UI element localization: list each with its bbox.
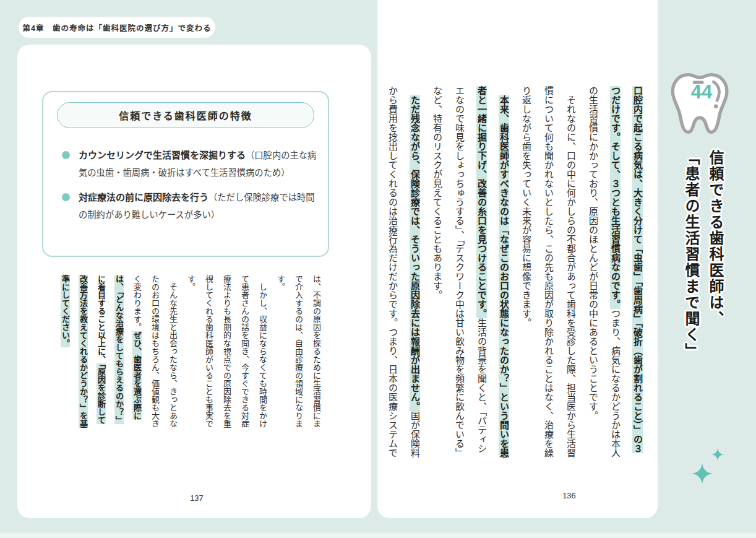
paragraph: ただ残念ながら、保険診療では、そういった原因除去には報酬が出ません。国が保険料か… xyxy=(381,86,426,460)
tooth-icon xyxy=(666,63,737,144)
paragraph: そんな先生と出会ったなら、きっとあなたのお口の環境はもちろん、価値観も大きく変わ… xyxy=(56,275,182,431)
chapter-title: 第4章 歯の寿命は「歯科医院の選び方」で変わる xyxy=(23,22,212,33)
feature-box-title-text: 信頼できる歯科医師の特徴 xyxy=(119,108,252,123)
paragraph: しかし、収益にならなくても時間をかけて患者さんの話を聞き、今すぐできる対症療法よ… xyxy=(182,275,272,431)
paragraph: は、不調の原因を探るために生活習慣にまで介入するのは、自由診療の領域になります。 xyxy=(272,275,325,431)
bullet-dot-icon xyxy=(62,151,70,159)
text-run: それなのに、口の中に何かしらの不都合があって歯科を受診した際、担当医から生活習慣… xyxy=(521,86,576,458)
page-number-right: 136 xyxy=(551,491,588,500)
highlighted-text: ただ残念ながら、保険診療では、そういった原因除去には報酬が出ません。 xyxy=(410,95,420,411)
paragraph: それなのに、口の中に何かしらの不都合があって歯科を受診した際、担当医から生活習慣… xyxy=(515,86,582,460)
feature-item-bold: カウンセリングで生活習慣を深掘りする xyxy=(79,150,246,160)
text-run: に着目すること以上に、 xyxy=(97,275,106,363)
feature-box: 信頼できる歯科医師の特徴 カウンセリングで生活習慣を深掘りする（口腔内の主な病気… xyxy=(42,91,329,257)
page-right: 口腔内で起こる病気は、大きく分けて「虫歯」「歯周病」「破折（歯が割れること）」の… xyxy=(377,0,658,518)
book-spread: { "header": { "chapter": "第4章 歯の寿命は「歯科医院… xyxy=(0,0,756,538)
feature-item-bold: 対症療法の前に原因除去を行う xyxy=(79,192,208,202)
page-bottom-edge xyxy=(0,532,756,538)
paragraph: 口腔内で起こる病気は、大きく分けて「虫歯」「歯周病」「破折（歯が割れること）」の… xyxy=(582,86,648,460)
feature-box-title: 信頼できる歯科医師の特徴 xyxy=(57,102,314,128)
chapter-header: 第4章 歯の寿命は「歯科医院の選び方」で変わる xyxy=(19,17,215,38)
paragraph: 本来、歯科医師がすべきなのは「なぜこのお口の状態になったのか？」という問いを患者… xyxy=(426,86,515,460)
feature-item: 対症療法の前に原因除去を行う（ただし保険診療では時間の制約があり難しいケースが多… xyxy=(62,189,318,223)
feature-item: カウンセリングで生活習慣を深掘りする（口腔内の主な病気の虫歯・歯周病・破折はすべ… xyxy=(62,147,318,181)
section-title-line-2: 「患者の生活習慣まで聞く」 xyxy=(679,150,703,509)
right-body-text: 口腔内で起こる病気は、大きく分けて「虫歯」「歯周病」「破折（歯が割れること）」の… xyxy=(381,86,648,460)
feature-box-items: カウンセリングで生活習慣を深掘りする（口腔内の主な病気の虫歯・歯周病・破折はすべ… xyxy=(62,147,318,231)
page-number-left: 137 xyxy=(178,493,215,503)
sparkle-icon xyxy=(711,448,724,461)
bullet-dot-icon xyxy=(62,193,70,201)
sparkle-icon xyxy=(692,463,713,484)
text-run: しかし、収益にならなくても時間をかけて患者さんの話を聞き、今すぐできる対症療法よ… xyxy=(186,275,267,428)
page-left: 信頼できる歯科医師の特徴 カウンセリングで生活習慣を深掘りする（口腔内の主な病気… xyxy=(17,45,371,518)
left-body-text: は、不調の原因を探るために生活習慣にまで介入するのは、自由診療の領域になります。… xyxy=(56,275,325,431)
section-number: 44 xyxy=(679,81,724,103)
text-run: は、不調の原因を探るために生活習慣にまで介入するのは、自由診療の領域になります。 xyxy=(276,275,321,428)
